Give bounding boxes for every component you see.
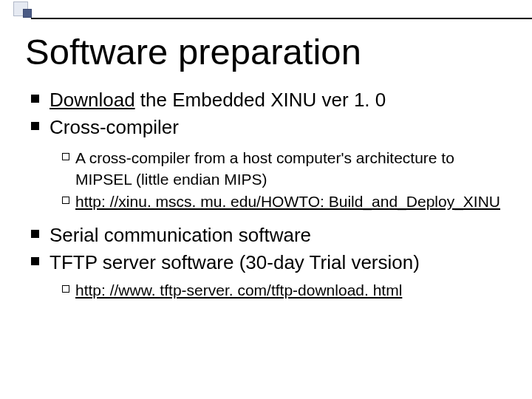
- list-item: Serial communication software: [31, 222, 511, 248]
- xinu-howto-link[interactable]: http: //xinu. mscs. mu. edu/HOWTO: Build…: [75, 191, 500, 212]
- list-item: TFTP server software (30-day Trial versi…: [31, 250, 511, 276]
- sub-list-item: http: //www. tftp-server. com/tftp-downl…: [62, 280, 511, 301]
- list-item-text: TFTP server software (30-day Trial versi…: [50, 250, 420, 276]
- list-item-text: Cross-compiler: [50, 115, 179, 140]
- list-item: Cross-compiler: [31, 115, 511, 140]
- sub-list: A cross-compiler from a host computer's …: [62, 148, 511, 212]
- tftp-download-link[interactable]: http: //www. tftp-server. com/tftp-downl…: [75, 280, 402, 301]
- bullet-hollow-icon: [62, 153, 69, 160]
- sub-list-item: http: //xinu. mscs. mu. edu/HOWTO: Build…: [62, 191, 511, 212]
- slide-title: Software preparation: [25, 31, 361, 72]
- download-link[interactable]: Download: [50, 89, 135, 111]
- list-item-text: Serial communication software: [50, 222, 311, 248]
- deco-rule: [31, 18, 532, 19]
- deco-square-dark: [23, 9, 32, 18]
- list-item: Download the Embedded XINU ver 1. 0: [31, 87, 511, 113]
- bullet-hollow-icon: [62, 197, 69, 204]
- bullet-square-icon: [31, 230, 39, 238]
- sub-list-item-text: A cross-compiler from a host computer's …: [75, 148, 511, 190]
- sub-list: http: //www. tftp-server. com/tftp-downl…: [62, 280, 511, 301]
- bullet-square-icon: [31, 95, 39, 103]
- slide-decoration: [0, 0, 532, 19]
- slide-body: Download the Embedded XINU ver 1. 0 Cros…: [31, 87, 511, 312]
- bullet-square-icon: [31, 122, 39, 130]
- sub-list-item: A cross-compiler from a host computer's …: [62, 148, 511, 190]
- list-item-tail: the Embedded XINU ver 1. 0: [135, 89, 386, 111]
- bullet-hollow-icon: [62, 285, 69, 293]
- list-item-text: Download the Embedded XINU ver 1. 0: [50, 87, 386, 113]
- bullet-square-icon: [31, 257, 39, 265]
